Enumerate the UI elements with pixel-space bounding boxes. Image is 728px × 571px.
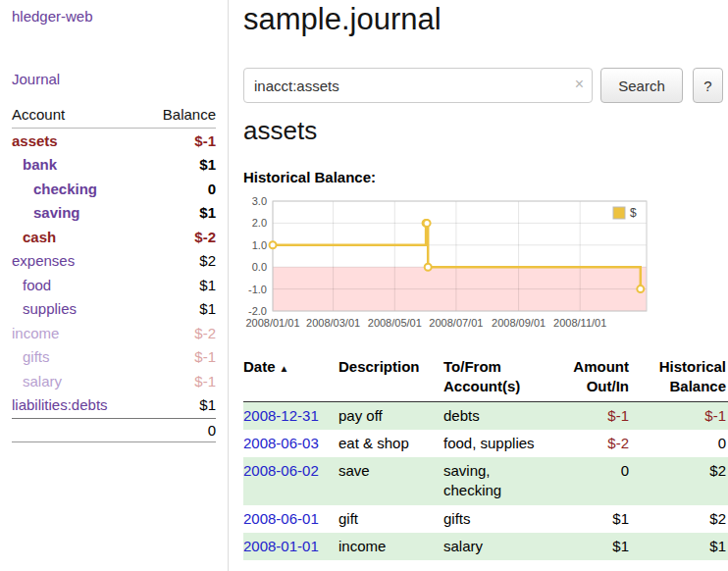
- chart-title: Historical Balance:: [243, 169, 376, 185]
- account-link[interactable]: liabilities:debts: [12, 396, 108, 413]
- search-input[interactable]: [243, 68, 593, 103]
- transaction-description: gift: [338, 505, 443, 533]
- balance-column-header: Balance: [163, 106, 216, 123]
- accounts-column-header: To/From Account(s): [443, 353, 557, 401]
- register-row: 2008-06-02savesaving, checking0$2: [243, 457, 728, 505]
- account-link[interactable]: assets: [12, 132, 58, 149]
- account-link[interactable]: food: [23, 277, 51, 293]
- account-balance: $-1: [194, 132, 216, 149]
- account-link[interactable]: salary: [23, 373, 62, 389]
- search-bar: × Search ?: [243, 68, 728, 103]
- transaction-amount: $-2: [557, 430, 631, 457]
- transaction-accounts: food, supplies: [443, 430, 557, 457]
- accounts-table-body: assets$-1bank$1checking0saving$1cash$-2e…: [12, 129, 216, 417]
- transaction-balance: $2: [631, 505, 728, 533]
- account-link[interactable]: supplies: [23, 300, 77, 317]
- transaction-date-link[interactable]: 2008-06-01: [243, 505, 338, 533]
- transaction-accounts: gifts: [443, 505, 557, 533]
- transaction-accounts: debts: [443, 402, 557, 430]
- svg-text:-2.0: -2.0: [248, 305, 267, 317]
- search-box: ×: [243, 68, 593, 103]
- svg-text:2008/03/01: 2008/03/01: [306, 317, 360, 329]
- app-title-link[interactable]: hledger-web: [12, 8, 93, 25]
- accounts-table: Account Balance assets$-1bank$1checking0…: [12, 104, 216, 442]
- account-link[interactable]: bank: [23, 156, 57, 173]
- transaction-description: income: [338, 533, 443, 560]
- date-column-header[interactable]: Date▲: [243, 353, 338, 401]
- register-row: 2008-06-01giftgifts$1$2: [243, 505, 728, 533]
- transaction-amount: $1: [557, 505, 631, 533]
- historical-balance-chart: 3.02.01.00.0-1.0-2.02008/01/012008/03/01…: [243, 195, 655, 335]
- search-button[interactable]: Search: [600, 68, 683, 103]
- transaction-description: save: [338, 457, 443, 505]
- historical-balance-column-header: Historical Balance: [631, 353, 728, 401]
- account-link[interactable]: income: [12, 325, 59, 341]
- register-row: 2008-12-31pay offdebts$-1$-1: [243, 402, 728, 430]
- register-table: Date▲ Description To/From Account(s) Amo…: [243, 353, 728, 560]
- journal-link[interactable]: Journal: [12, 71, 60, 87]
- account-link[interactable]: gifts: [23, 348, 50, 365]
- account-row: liabilities:debts$1: [12, 393, 216, 418]
- register-row: 2008-06-03eat & shopfood, supplies$-20: [243, 430, 728, 457]
- account-row: saving$1: [12, 201, 216, 226]
- transaction-balance: $1: [631, 533, 728, 560]
- account-balance: $1: [199, 204, 216, 221]
- account-link[interactable]: checking: [33, 181, 97, 197]
- transaction-amount: 0: [557, 457, 631, 505]
- svg-text:-1.0: -1.0: [248, 284, 267, 295]
- transaction-balance: $2: [631, 457, 728, 505]
- transaction-accounts: saving, checking: [443, 457, 557, 505]
- account-row: assets$-1: [12, 129, 216, 153]
- transaction-balance: 0: [631, 430, 728, 457]
- transaction-amount: $-1: [557, 402, 631, 430]
- transaction-description: pay off: [338, 402, 443, 430]
- account-row: cash$-2: [12, 225, 216, 249]
- transaction-amount: $1: [557, 533, 631, 560]
- page-title: sample.journal: [243, 2, 442, 37]
- transaction-date-link[interactable]: 2008-12-31: [243, 402, 338, 430]
- account-link[interactable]: cash: [23, 229, 56, 245]
- account-balance: $1: [199, 277, 216, 293]
- date-column-label: Date: [243, 358, 276, 375]
- description-column-header: Description: [338, 353, 443, 401]
- account-link[interactable]: saving: [33, 204, 80, 221]
- help-button[interactable]: ?: [693, 68, 723, 103]
- svg-text:0.0: 0.0: [252, 261, 267, 273]
- account-column-header: Account: [12, 106, 65, 123]
- svg-text:3.0: 3.0: [252, 195, 267, 207]
- transaction-accounts: salary: [443, 533, 557, 560]
- svg-text:2008/07/01: 2008/07/01: [429, 317, 483, 329]
- account-row: supplies$1: [12, 297, 216, 322]
- account-balance: $-1: [194, 373, 216, 389]
- transaction-date-link[interactable]: 2008-06-03: [243, 430, 338, 457]
- account-row: checking0: [12, 177, 216, 201]
- account-row: gifts$-1: [12, 345, 216, 370]
- transaction-description: eat & shop: [338, 430, 443, 457]
- account-heading: assets: [243, 116, 317, 146]
- account-balance: $2: [199, 252, 216, 269]
- account-row: food$1: [12, 273, 216, 297]
- sort-ascending-icon: ▲: [280, 363, 289, 374]
- accounts-total-row: 0: [12, 418, 216, 442]
- svg-text:1.0: 1.0: [252, 239, 267, 251]
- account-row: expenses$2: [12, 249, 216, 274]
- main-content: sample.journal × Search ? assets Histori…: [243, 0, 728, 571]
- account-balance: $-2: [194, 325, 216, 341]
- transaction-date-link[interactable]: 2008-01-01: [243, 533, 338, 560]
- svg-text:2008/09/01: 2008/09/01: [492, 317, 546, 329]
- clear-search-icon[interactable]: ×: [575, 77, 584, 92]
- account-link[interactable]: expenses: [12, 252, 75, 269]
- account-balance: $1: [199, 396, 216, 413]
- svg-text:$: $: [630, 206, 637, 220]
- account-row: salary$-1: [12, 369, 216, 393]
- svg-text:2.0: 2.0: [252, 217, 267, 229]
- register-body: 2008-12-31pay offdebts$-1$-12008-06-03ea…: [243, 402, 728, 561]
- svg-text:2008/05/01: 2008/05/01: [368, 317, 422, 329]
- accounts-total-value: 0: [208, 422, 216, 439]
- account-balance: $-2: [194, 229, 216, 245]
- svg-text:2008/01/01: 2008/01/01: [245, 317, 299, 329]
- register-row: 2008-01-01incomesalary$1$1: [243, 533, 728, 560]
- transaction-date-link[interactable]: 2008-06-02: [243, 457, 338, 505]
- accounts-table-header: Account Balance: [12, 104, 216, 129]
- svg-text:2008/11/01: 2008/11/01: [553, 317, 606, 329]
